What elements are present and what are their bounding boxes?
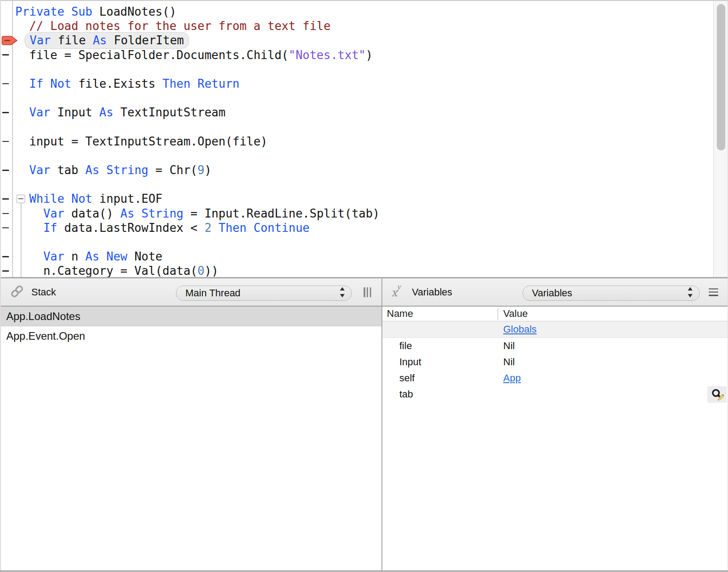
breakpoint-gutter-dash[interactable] — [2, 54, 9, 55]
window-border-top — [0, 0, 728, 1]
variable-value-link[interactable]: Globals — [503, 324, 537, 335]
code-line — [0, 177, 698, 192]
variable-name: Input — [399, 356, 421, 368]
stepper-arrows-icon — [339, 286, 346, 300]
code-line: file = SpecialFolder.Documents.Child("No… — [0, 48, 698, 62]
variables-panel-header: xy Variables Variables — [382, 278, 728, 307]
breakpoint-gutter-dash[interactable] — [2, 141, 9, 142]
window-border-bottom — [0, 570, 728, 572]
variables-rows: GlobalsfileNilInputNilselfApptab — [382, 321, 728, 402]
breakpoint-gutter-dash[interactable] — [2, 256, 9, 257]
column-divider[interactable] — [497, 308, 498, 320]
code-line: Var Input As TextInputStream — [0, 105, 698, 120]
variable-row[interactable]: tab — [382, 386, 728, 402]
x-superscript-y-icon: xy — [391, 286, 401, 298]
code-line: n.Category = Val(data(0)) — [0, 264, 698, 277]
variables-table: Name Value GlobalsfileNilInputNilselfApp… — [382, 307, 728, 402]
variables-panel-title: Variables — [412, 286, 452, 298]
column-header-name[interactable]: Name — [387, 308, 413, 320]
code-line: Var file As FolderItem — [0, 33, 698, 47]
stack-panel: Stack Main Thread App.LoadNotesApp.Event… — [0, 278, 381, 570]
variables-table-header: Name Value — [382, 307, 728, 321]
code-line: Var data() As String = Input.ReadLine.Sp… — [0, 206, 698, 221]
chain-link-icon — [9, 283, 26, 302]
fold-extent-line — [21, 203, 21, 277]
breakpoint-gutter-dash[interactable] — [2, 213, 9, 214]
breakpoint-gutter-dash[interactable] — [2, 170, 9, 171]
variable-name: file — [399, 340, 412, 352]
breakpoint-gutter-dash[interactable] — [2, 270, 9, 272]
stack-frame-row[interactable]: App.Event.Open — [0, 326, 381, 346]
thread-selector-dropdown[interactable]: Main Thread — [176, 286, 352, 301]
magnifier-pencil-icon — [711, 388, 724, 401]
stack-frame-row[interactable]: App.LoadNotes — [0, 307, 381, 326]
variable-scope-value: Variables — [532, 287, 572, 299]
stack-frames-list: App.LoadNotesApp.Event.Open — [0, 307, 381, 346]
code-line: While Not input.EOF — [0, 192, 698, 206]
code-line — [0, 120, 698, 134]
variables-panel: xy Variables Variables Name Value Global… — [382, 278, 728, 570]
code-line: // Load notes for the user from a text f… — [0, 19, 698, 33]
code-editor-pane: Private Sub LoadNotes() // Load notes fo… — [0, 0, 728, 277]
current-line-highlight: Var file As FolderItem — [25, 32, 188, 49]
window-border-left — [0, 0, 1, 572]
stack-panel-header: Stack Main Thread — [0, 278, 381, 307]
execution-pointer-icon — [1, 35, 18, 47]
code-line: Var tab As String = Chr(9) — [0, 163, 698, 177]
variable-row[interactable]: fileNil — [382, 338, 728, 354]
variable-name: self — [399, 372, 415, 384]
variable-scope-dropdown[interactable]: Variables — [522, 286, 700, 301]
variable-value: Nil — [503, 356, 515, 368]
code-line: Var n As New Note — [0, 249, 698, 264]
variable-row[interactable]: Globals — [382, 321, 728, 338]
stepper-arrows-icon — [687, 286, 694, 300]
variable-name: tab — [399, 388, 413, 400]
variable-value: Nil — [503, 340, 515, 352]
pane-splitter-horizontal[interactable] — [0, 277, 728, 278]
breakpoint-gutter-dash[interactable] — [2, 227, 9, 229]
code-line — [0, 62, 698, 77]
code-line — [0, 91, 698, 105]
stack-panel-title: Stack — [31, 286, 56, 298]
breakpoint-gutter-dash[interactable] — [2, 198, 9, 200]
variable-value-link[interactable]: App — [503, 372, 521, 384]
editor-scrollbar[interactable] — [713, 0, 728, 277]
code-line: If Not file.Exists Then Return — [0, 77, 698, 91]
variable-row[interactable]: InputNil — [382, 354, 728, 370]
code-line: Private Sub LoadNotes() — [0, 4, 698, 19]
variables-menu-button[interactable] — [709, 288, 718, 296]
scrollbar-thumb[interactable] — [717, 4, 725, 150]
code-line: If data.LastRowIndex < 2 Then Continue — [0, 221, 698, 235]
code-line — [0, 149, 698, 163]
variable-row[interactable]: selfApp — [382, 370, 728, 386]
thread-selector-value: Main Thread — [185, 287, 240, 299]
code-lines: Private Sub LoadNotes() // Load notes fo… — [0, 4, 698, 277]
code-line: input = TextInputStream.Open(file) — [0, 134, 698, 149]
code-line — [0, 235, 698, 249]
column-header-value[interactable]: Value — [503, 308, 528, 320]
edit-string-value-button[interactable] — [707, 386, 727, 403]
breakpoint-gutter-dash[interactable] — [2, 83, 9, 85]
stack-columns-button[interactable] — [364, 287, 371, 297]
breakpoint-gutter-dash[interactable] — [2, 112, 9, 113]
code-fold-toggle[interactable] — [17, 195, 25, 203]
